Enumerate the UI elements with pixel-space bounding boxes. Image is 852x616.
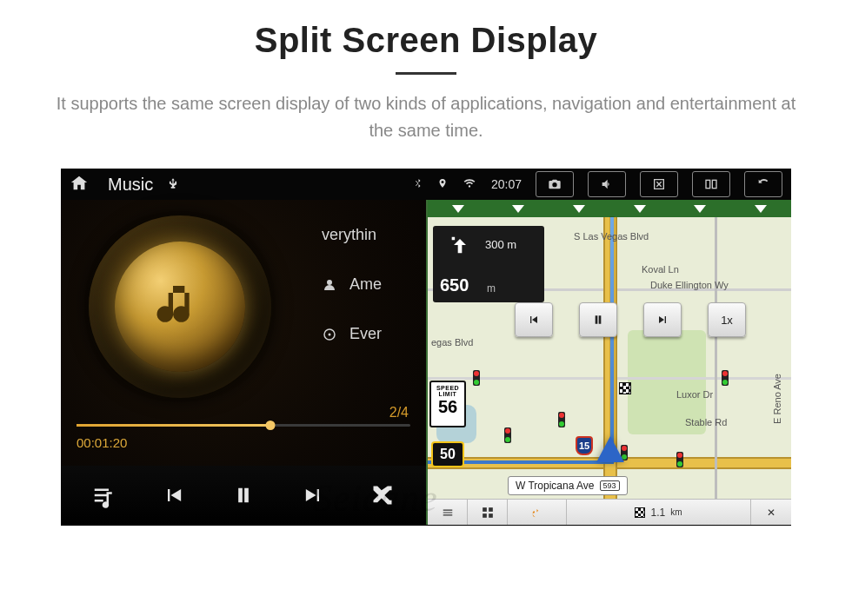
map-pane[interactable]: S Las Vegas Blvd Koval Ln Duke Ellington… bbox=[428, 200, 791, 525]
app-title: Music bbox=[108, 175, 153, 195]
shuffle-button[interactable] bbox=[358, 476, 407, 514]
traffic-light-icon bbox=[558, 412, 565, 427]
turn-left-icon bbox=[442, 233, 478, 257]
destination-flag-icon bbox=[635, 507, 645, 518]
traffic-light-icon bbox=[676, 452, 683, 467]
next-turn-distance: 300 m bbox=[485, 238, 516, 251]
map-road bbox=[715, 217, 717, 525]
download-arrow-icon bbox=[452, 205, 464, 213]
next-button[interactable] bbox=[289, 476, 337, 514]
nav-destination-distance[interactable]: 1.1 km bbox=[567, 500, 751, 526]
statusbar: Music 20:07 bbox=[61, 169, 791, 200]
music-controls bbox=[61, 466, 426, 525]
street-label: Duke Ellington Wy bbox=[650, 280, 729, 290]
close-app-button[interactable] bbox=[640, 171, 678, 197]
location-icon bbox=[437, 176, 448, 193]
screenshot-button[interactable] bbox=[536, 171, 574, 197]
wifi-icon bbox=[462, 177, 477, 192]
maneuver-distance: 650 bbox=[440, 275, 469, 295]
current-road: W Tropicana Ave 593 bbox=[508, 476, 628, 495]
sim-step-back-button[interactable] bbox=[515, 302, 553, 337]
progress-thumb[interactable] bbox=[265, 421, 275, 430]
speed-limit-label: SPEED LIMIT bbox=[431, 385, 464, 397]
track-index: 2/4 bbox=[389, 405, 409, 421]
sim-rate-button[interactable]: 1x bbox=[708, 302, 746, 337]
back-button[interactable] bbox=[744, 171, 782, 197]
heading-underline bbox=[396, 72, 456, 75]
download-bar bbox=[428, 200, 791, 217]
download-arrow-icon bbox=[694, 205, 706, 213]
playlist-button[interactable] bbox=[80, 476, 129, 514]
interstate-shield: 15 bbox=[576, 436, 593, 455]
page-subtitle: It supports the same screen display of t… bbox=[0, 90, 852, 160]
traffic-light-icon bbox=[504, 427, 511, 443]
download-arrow-icon bbox=[512, 205, 524, 213]
street-label: E Reno Ave bbox=[772, 374, 782, 424]
track-artist: Ame bbox=[349, 275, 382, 294]
music-pane: verythin Ame Ever 2/4 00:01:20 bbox=[61, 200, 426, 525]
street-label: Koval Ln bbox=[642, 264, 679, 275]
artist-icon bbox=[322, 277, 337, 293]
download-arrow-icon bbox=[573, 205, 585, 213]
nav-info-button[interactable] bbox=[468, 500, 508, 526]
track-album: Ever bbox=[349, 325, 382, 343]
download-arrow-icon bbox=[755, 205, 767, 213]
svg-rect-7 bbox=[489, 513, 493, 518]
previous-button[interactable] bbox=[150, 476, 198, 514]
svg-rect-0 bbox=[706, 180, 710, 188]
nav-menu-button[interactable] bbox=[428, 500, 468, 526]
svg-rect-6 bbox=[483, 513, 487, 518]
nav-close-button[interactable]: ✕ bbox=[751, 500, 791, 526]
vehicle-marker-icon bbox=[596, 436, 624, 462]
progress-area: 2/4 00:01:20 bbox=[77, 424, 410, 450]
turn-callout: 300 m 650 m bbox=[433, 226, 544, 302]
sim-pause-button[interactable] bbox=[579, 302, 617, 337]
maneuver-units: m bbox=[487, 282, 496, 295]
street-label: egas Blvd bbox=[431, 337, 473, 348]
download-arrow-icon bbox=[634, 205, 646, 213]
traffic-light-icon bbox=[722, 370, 729, 386]
pause-button[interactable] bbox=[219, 476, 268, 514]
statusbar-time: 20:07 bbox=[491, 177, 522, 191]
track-meta: verythin Ame Ever bbox=[322, 226, 419, 374]
svg-rect-4 bbox=[483, 507, 487, 512]
route-line bbox=[610, 217, 614, 462]
album-icon bbox=[322, 327, 337, 342]
progress-bar[interactable] bbox=[77, 424, 410, 427]
simulation-controls: 1x bbox=[515, 302, 746, 337]
album-art bbox=[115, 242, 245, 372]
speed-limit-value: 56 bbox=[431, 397, 464, 416]
svg-rect-5 bbox=[489, 507, 493, 512]
volume-button[interactable] bbox=[588, 171, 626, 197]
street-label: Luxor Dr bbox=[676, 389, 713, 400]
svg-point-3 bbox=[329, 333, 331, 335]
music-note-icon bbox=[152, 279, 208, 334]
dest-distance: 1.1 bbox=[650, 507, 665, 519]
current-speed: 50 bbox=[431, 441, 464, 467]
sim-step-forward-button[interactable] bbox=[643, 302, 682, 337]
usb-icon bbox=[167, 176, 179, 194]
headunit-screen: Music 20:07 bbox=[61, 169, 791, 525]
traffic-light-icon bbox=[473, 370, 480, 386]
bluetooth-icon bbox=[413, 176, 423, 193]
street-label: S Las Vegas Blvd bbox=[574, 231, 649, 242]
nav-route-toggle[interactable] bbox=[508, 500, 567, 526]
nav-bottombar: 1.1 km ✕ bbox=[428, 499, 791, 525]
street-label: Stable Rd bbox=[685, 417, 727, 427]
destination-flag-icon bbox=[619, 382, 631, 394]
progress-fill bbox=[77, 424, 270, 427]
speed-limit-sign: SPEED LIMIT 56 bbox=[429, 381, 466, 427]
splitscreen-button[interactable] bbox=[692, 171, 730, 197]
time-elapsed: 00:01:20 bbox=[77, 435, 410, 450]
home-icon[interactable] bbox=[70, 174, 89, 195]
page-title: Split Screen Display bbox=[0, 21, 852, 60]
dest-units: km bbox=[670, 507, 682, 517]
track-title: verythin bbox=[322, 226, 376, 244]
svg-rect-1 bbox=[712, 180, 716, 188]
exit-badge: 593 bbox=[600, 480, 620, 491]
current-road-name: W Tropicana Ave bbox=[516, 480, 595, 492]
